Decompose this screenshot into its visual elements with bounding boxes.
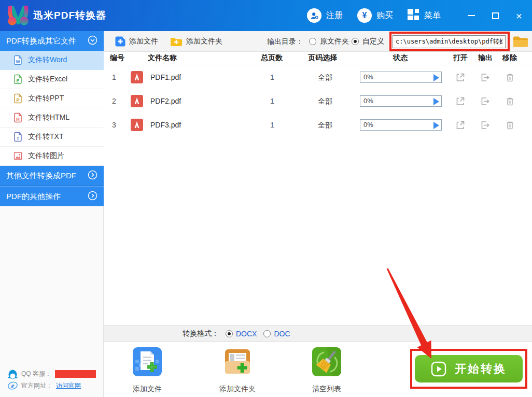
output-folder-icon[interactable] <box>480 96 491 107</box>
svg-text:e: e <box>11 382 14 390</box>
sidebar-item-label: 文件转Word <box>28 55 67 65</box>
page-range[interactable]: 全部 <box>314 65 337 89</box>
sidebar-item-word[interactable]: W 文件转Word <box>0 51 104 70</box>
output-path-input[interactable] <box>393 35 506 48</box>
col-no: 编号 <box>110 53 124 63</box>
register-button[interactable]: 注册 <box>307 8 343 23</box>
pdf-file-icon <box>131 95 143 107</box>
add-file-action-label: 添加文件 <box>127 385 168 394</box>
main-panel: 添加文件 添加文件夹 输出目录： 原文件夹 自定义 <box>104 31 532 397</box>
table-header: 编号 文件名称 总页数 页码选择 状态 打开 输出 移除 <box>104 52 532 65</box>
file-name: PDF3.pdf <box>150 113 181 137</box>
add-file-icon <box>115 36 125 47</box>
trash-icon[interactable] <box>505 120 515 131</box>
close-icon: × <box>516 10 522 21</box>
radio-doc[interactable]: DOC <box>263 330 290 338</box>
sidebar-item-ppt[interactable]: P 文件转PPT <box>0 89 104 108</box>
pdf-file-icon <box>131 71 143 83</box>
svg-text:T: T <box>17 136 20 141</box>
page-count: 1 <box>264 89 280 113</box>
trash-icon[interactable] <box>505 96 515 107</box>
radio-docx-circle[interactable] <box>226 330 233 337</box>
sidebar-group-pdf-to-other[interactable]: PDF转换成其它文件 <box>0 31 104 51</box>
row-start-icon[interactable] <box>433 98 439 105</box>
add-file-label: 添加文件 <box>129 37 158 46</box>
add-folder-button[interactable]: 添加文件夹 <box>170 31 222 52</box>
col-status: 状态 <box>393 53 408 63</box>
row-number: 1 <box>108 65 120 89</box>
radio-custom-circle[interactable] <box>352 38 359 45</box>
qq-label: QQ 客服： <box>21 370 51 378</box>
add-folder-icon <box>170 37 183 47</box>
open-file-icon[interactable] <box>455 96 466 107</box>
sidebar-item-html[interactable]: H 文件转HTML <box>0 108 104 127</box>
row-start-icon[interactable] <box>433 74 439 81</box>
sidebar-group-other-to-pdf[interactable]: 其他文件转换成PDF <box>0 166 104 186</box>
docx-label: DOCX <box>236 330 257 338</box>
svg-text:W: W <box>16 59 20 64</box>
open-file-icon[interactable] <box>455 120 466 131</box>
maximize-button[interactable] <box>487 0 503 31</box>
progress-percent: 0% <box>363 97 373 105</box>
page-count: 1 <box>264 65 280 89</box>
add-file-button[interactable]: 添加文件 <box>115 31 158 52</box>
sidebar-item-excel[interactable]: E 文件转Excel <box>0 70 104 89</box>
radio-original-circle[interactable] <box>309 38 316 45</box>
txt-file-icon: T <box>13 132 22 142</box>
chevron-right-circle-icon <box>88 170 97 181</box>
table-row: 3 PDF3.pdf 1 全部 0% <box>104 113 532 137</box>
browse-folder-icon[interactable] <box>513 36 528 48</box>
format-bar: 转换格式： DOCX DOC <box>104 325 532 342</box>
radio-custom-folder[interactable]: 自定义 <box>352 31 384 52</box>
browser-e-icon: e <box>8 381 18 391</box>
sidebar-item-txt[interactable]: T 文件转TXT <box>0 127 104 147</box>
row-start-icon[interactable] <box>433 122 439 129</box>
page-count: 1 <box>264 113 280 137</box>
progress-percent: 0% <box>363 121 373 129</box>
image-file-icon <box>13 151 22 161</box>
qq-penguin-icon <box>8 369 18 379</box>
start-convert-button[interactable]: 开始转换 <box>415 355 523 382</box>
output-folder-icon[interactable] <box>480 72 491 83</box>
register-person-icon <box>307 8 321 23</box>
row-number: 2 <box>108 89 120 113</box>
titlebar: 迅米PDF转换器 注册 ¥ 购买 <box>0 0 532 31</box>
sidebar-item-label: 文件转PPT <box>28 94 64 103</box>
chevron-down-circle-icon <box>88 35 97 47</box>
trash-icon[interactable] <box>505 72 515 83</box>
excel-file-icon: E <box>13 74 22 84</box>
radio-original-folder[interactable]: 原文件夹 <box>309 31 349 52</box>
table-row: 1 PDF1.pdf 1 全部 0% <box>104 65 532 89</box>
minimize-icon <box>468 15 475 16</box>
progress-bar: 0% <box>360 72 442 83</box>
sidebar-item-image[interactable]: 文件转图片 <box>0 147 104 166</box>
pdf-file-icon <box>131 119 143 131</box>
sidebar-group-pdf-other-ops[interactable]: PDF的其他操作 <box>0 186 104 206</box>
output-dir-label: 输出目录： <box>267 31 303 52</box>
col-remove: 移除 <box>502 53 517 63</box>
close-button[interactable]: × <box>511 0 527 31</box>
add-folder-label: 添加文件夹 <box>186 37 222 46</box>
sidebar-item-label: 文件转TXT <box>28 132 63 141</box>
progress-bar: 0% <box>360 119 442 131</box>
official-site-link[interactable]: 访问官网 <box>56 381 81 390</box>
maximize-icon <box>492 12 499 19</box>
radio-docx[interactable]: DOCX <box>226 330 257 338</box>
file-name: PDF1.pdf <box>150 65 181 89</box>
page-range[interactable]: 全部 <box>314 89 337 113</box>
menu-button[interactable]: 菜单 <box>408 9 441 23</box>
clear-list-action-label: 清空列表 <box>306 385 347 394</box>
radio-doc-circle[interactable] <box>263 330 271 337</box>
col-filename: 文件名称 <box>148 53 177 63</box>
start-convert-label: 开始转换 <box>455 361 507 377</box>
output-folder-icon[interactable] <box>480 120 491 131</box>
add-file-big-icon <box>133 347 162 376</box>
menu-grid-icon <box>408 9 419 23</box>
minimize-button[interactable] <box>464 0 479 31</box>
buy-button[interactable]: ¥ 购买 <box>357 8 393 23</box>
add-folder-big-icon <box>223 347 252 376</box>
svg-text:H: H <box>16 117 20 122</box>
open-file-icon[interactable] <box>455 72 466 83</box>
clear-list-broom-icon <box>312 347 341 376</box>
page-range[interactable]: 全部 <box>314 113 337 137</box>
